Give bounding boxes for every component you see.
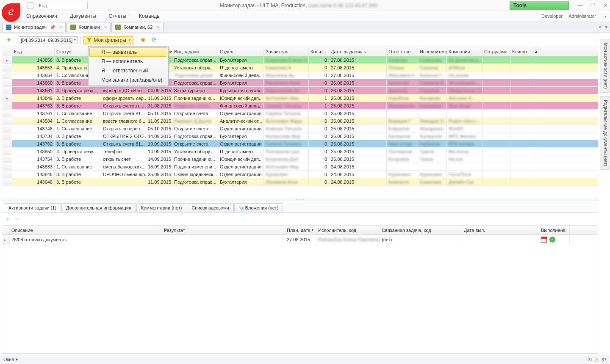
filter-item-requester[interactable]: Я — заявитель [89,47,167,57]
table-row[interactable]: 1435841. Согласованиеввести главного б..… [2,117,598,125]
app-logo [2,3,20,22]
detail-grid-header: Описание Результат План. дата▾ Исполните… [2,226,598,235]
detail-delete-button[interactable]: － [14,215,20,223]
col-responsible[interactable]: Ответстве... [387,47,418,56]
dcol-done[interactable]: Выполнена [539,226,570,234]
check-icon[interactable]: ✓ [549,237,555,243]
detail-tab-activities[interactable]: Активности задачи (1) [4,203,61,212]
table-row[interactable]: 1438504. Проверка резу...телефон14.09.20… [2,148,598,155]
table-row[interactable]: 1438463. В работеСРОЧНО смена юр...25.09… [2,171,598,178]
close-tab-icon[interactable]: × [157,25,159,30]
col-dept[interactable]: Отдел [218,47,264,56]
paperclip-icon [239,205,245,210]
tab-companies-62[interactable]: Компании, 62 × [111,22,163,32]
table-row[interactable]: 1437343. В работеОТКРЫТИЕ 2-ОГО ...14.09… [2,132,598,140]
menu-administrator[interactable]: Administrator [568,14,596,19]
sidepanel-parent-docs[interactable]: Родительские документы (нет) [600,96,610,170]
dcol-datedone[interactable]: Дата вып. [462,226,539,234]
window-title: Монитор задач - ULTIMA, Production, user… [88,3,510,8]
quick-search-input[interactable] [37,2,88,9]
col-client[interactable]: Клиент [510,47,533,56]
filter-item-executor[interactable]: Я — исполнитель [89,57,167,66]
tab-companies[interactable]: Компании × [67,22,111,32]
dcol-related[interactable]: Связанная задача, код [380,226,462,234]
filter-item-myrequests[interactable]: Мои заявки (исп/заяв/отв) [89,75,167,85]
add-button[interactable]: ＋ [5,36,13,44]
calendar-icon[interactable] [541,237,547,243]
pin-icon[interactable]: 📌 [50,25,55,30]
dcol-plandate[interactable]: План. дата▾ [285,226,316,234]
table-row[interactable]: 1438331. Согласованиесмена банковских...… [2,163,598,171]
close-button[interactable]: ✕ [603,2,608,8]
col-company[interactable]: Компания [447,47,482,56]
funnel-icon [86,37,92,43]
col-executor[interactable]: Исполнитель [418,47,447,56]
tab-icon [6,25,11,30]
detail-tab-attach[interactable]: Вложения (нет) [234,203,283,212]
table-row[interactable]: 1436614. Проверка резу...курьер в ДО «Вл… [2,87,598,94]
restore-button[interactable]: ❐ [591,2,596,8]
close-all-tabs-icon[interactable]: × [599,24,602,30]
col-count[interactable]: Кол-в... [309,47,329,56]
col-code[interactable]: Код [12,47,55,56]
minimize-button[interactable]: ― [577,2,583,8]
windows-menu[interactable]: Окна ▾ [3,357,18,362]
menu-dictionaries[interactable]: Справочники [25,12,58,20]
sidepanel-my-activities[interactable]: Мои активности (нет) [600,39,610,93]
filter-dropdown-menu: Я — заявитель Я — исполнитель Я — ответс… [88,46,169,86]
table-row[interactable]: 1437611. СогласованиеОткрыть счета 81...… [2,110,598,117]
detail-row[interactable]: 28/08 готовлю документы 27.08.2015 Рабов… [2,235,598,244]
my-filters-button[interactable]: Мои фильтры [83,36,133,44]
warning-icon[interactable]: ⚠ [594,357,599,363]
menu-developer[interactable]: Developer [541,14,563,19]
detail-tab-addinfo[interactable]: Дополнительная информация [61,203,136,212]
tab-icon [115,25,121,30]
menu-dropdown-icon[interactable] [602,14,607,19]
settings-icon[interactable]: ✺ [139,36,147,44]
doc-tabs: Монитор задач 📌 × Компании × Компании, 6… [0,21,610,33]
dcol-executor[interactable]: Исполнитель, код [316,226,380,234]
col-expander [2,47,12,56]
table-row[interactable]: ▸1438493. В работесформировать сер...11.… [2,94,598,102]
new-doc-icon[interactable] [28,2,33,9]
tools-button[interactable]: Tools [510,1,569,10]
col-requester[interactable]: Заявитель [264,47,309,56]
row-indicator-icon [2,235,10,244]
detail-tab-mailing[interactable]: Список рассылки [187,203,233,212]
menu-reports[interactable]: Отчеты [108,12,127,20]
warning-count: 37 [602,357,607,362]
tab-icon [70,25,76,30]
table-row[interactable]: 1437633. В работеОткрыть счетов в ...31.… [2,102,598,110]
close-tab-icon[interactable]: × [104,25,107,30]
dcol-result[interactable]: Результат [162,226,285,234]
table-row[interactable]: 1437461. СогласованиеОткрыть резервн...0… [2,125,598,132]
table-row[interactable]: 1437603. В работеОткрыть счета 81...19.0… [2,140,598,148]
col-created[interactable]: Дата создания [329,47,387,56]
filter-item-responsible[interactable]: Я — ответственный [89,66,167,75]
detail-tab-comments[interactable]: Комментарии (нет) [136,203,187,212]
detail-add-button[interactable]: ＋ [5,215,11,223]
refresh-icon[interactable]: ⟳ [150,36,158,44]
col-employee[interactable]: Сотрудник [482,47,510,56]
col-type[interactable]: Вид задачи [172,47,218,56]
date-range-picker[interactable]: [04.09.2014–09.09.2015] [19,36,78,44]
table-row[interactable]: 1437543. В работеоткрыть счет14.09.2015П… [2,155,598,163]
menu-commands[interactable]: Команды [138,12,161,20]
mail-icon[interactable]: ✉ [588,357,592,363]
close-tab-icon[interactable]: × [59,25,62,30]
tabs-dropdown-icon[interactable]: ▾ [605,24,607,30]
splitter[interactable]: • • • • [2,198,598,201]
menu-documents[interactable]: Документы [69,12,97,20]
tab-task-monitor[interactable]: Монитор задач 📌 × [2,22,66,32]
dcol-description[interactable]: Описание [10,226,162,234]
table-row[interactable]: 1436463. В работе11.09.2015Подготовка сп… [2,178,598,186]
col-scroll-gutter: ▴ [533,47,541,56]
